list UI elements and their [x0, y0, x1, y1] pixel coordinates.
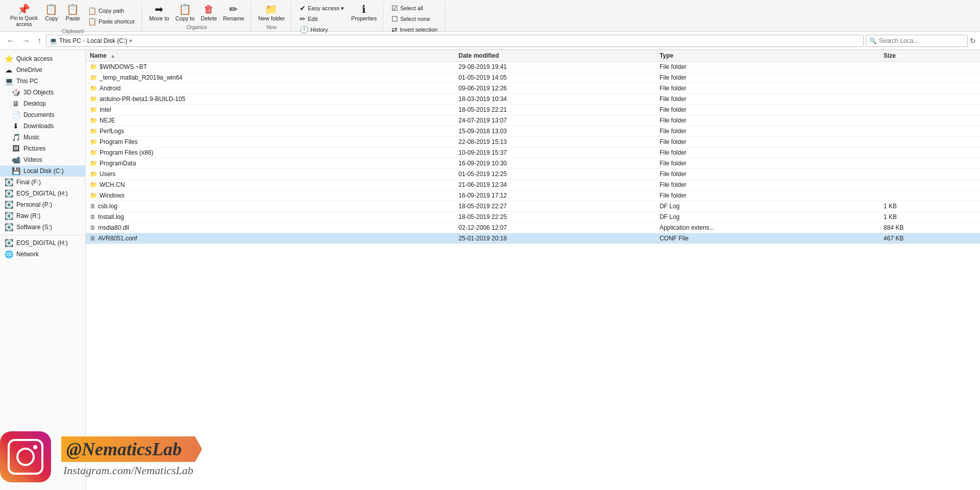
- table-row[interactable]: 🗎 csb.log 18-05-2019 22:27 DF Log 1 KB: [86, 201, 980, 212]
- sidebar-item-3d-objects[interactable]: 🎲 3D Objects: [0, 87, 85, 98]
- search-input[interactable]: [879, 37, 950, 44]
- properties-button[interactable]: ℹ Properties: [349, 3, 379, 22]
- local-disk-c-icon: 💾: [11, 167, 20, 175]
- select-none-button[interactable]: ☐ Select none: [388, 14, 440, 24]
- table-row[interactable]: 📁 WCH.CN 21-06-2019 12:34 File folder: [86, 180, 980, 190]
- copy-to-button[interactable]: 📋 Copy to: [173, 3, 197, 22]
- sidebar-item-music[interactable]: 🎵 Music: [0, 132, 85, 143]
- file-name: Intel: [100, 106, 111, 113]
- sidebar-item-network[interactable]: 🌐 Network: [0, 249, 85, 260]
- sidebar-item-eos-digital-h2[interactable]: 💽 EOS_DIGITAL (H:): [0, 237, 85, 249]
- table-row[interactable]: 📁 ProgramData 16-09-2019 10:30 File fold…: [86, 158, 980, 169]
- table-row[interactable]: 🗎 Install.log 18-05-2019 22:25 DF Log 1 …: [86, 212, 980, 223]
- file-type: File folder: [655, 137, 879, 148]
- sidebar-item-documents[interactable]: 📄 Documents: [0, 109, 85, 120]
- table-row[interactable]: 📁 Android 09-06-2019 12:26 File folder: [86, 83, 980, 94]
- file-name: Windows: [100, 192, 125, 199]
- file-date: 29-08-2019 19:41: [454, 62, 655, 72]
- table-row[interactable]: 📁 $WINDOWS.~BT 29-08-2019 19:41 File fol…: [86, 62, 980, 72]
- sidebar-item-onedrive[interactable]: ☁ OneDrive: [0, 64, 85, 76]
- file-date: 18-05-2019 22:27: [454, 201, 655, 212]
- move-to-label: Move to: [149, 15, 169, 21]
- search-box[interactable]: 🔍: [866, 35, 968, 47]
- move-to-icon: ➡: [155, 4, 163, 14]
- breadcrumb-disk[interactable]: Local Disk (C:): [87, 37, 128, 44]
- forward-button[interactable]: →: [19, 35, 33, 46]
- file-name-cell: 📁 Windows: [86, 190, 454, 201]
- sidebar-item-personal-p[interactable]: 💽 Personal (P:): [0, 199, 85, 210]
- pin-to-quick-button[interactable]: 📌 Pin to Quickaccess: [8, 3, 40, 29]
- file-name: Users: [100, 170, 115, 178]
- sidebar-item-videos[interactable]: 📹 Videos: [0, 154, 85, 165]
- table-row[interactable]: 🗎 msdia80.dll 02-12-2006 12:07 Applicati…: [86, 223, 980, 233]
- sidebar-label-raw-r: Raw (R:): [16, 212, 40, 219]
- sidebar-item-pictures[interactable]: 🖼 Pictures: [0, 143, 85, 154]
- table-row[interactable]: 📁 Program Files (x86) 10-09-2019 15:37 F…: [86, 148, 980, 158]
- invert-selection-icon: ⇄: [391, 26, 398, 34]
- table-row[interactable]: 📁 NEJE 24-07-2019 13:07 File folder: [86, 115, 980, 126]
- invert-selection-button[interactable]: ⇄ Invert selection: [388, 24, 440, 35]
- sidebar-item-quick-access[interactable]: ⭐ Quick access: [0, 53, 85, 64]
- back-button[interactable]: ←: [4, 35, 17, 46]
- file-size: [879, 115, 980, 126]
- file-icon: 📁: [90, 128, 97, 135]
- paste-shortcut-label: Paste shortcut: [99, 18, 134, 24]
- breadcrumb-pc[interactable]: This PC: [59, 37, 81, 44]
- sidebar-item-desktop[interactable]: 🖥 Desktop: [0, 98, 85, 109]
- select-none-label: Select none: [400, 16, 430, 22]
- table-row[interactable]: 📁 PerfLogs 15-09-2018 13:03 File folder: [86, 126, 980, 137]
- sidebar-label-downloads: Downloads: [23, 122, 54, 130]
- history-button[interactable]: 🕐 History: [297, 24, 347, 35]
- file-name: WCH.CN: [100, 181, 125, 188]
- refresh-button[interactable]: ↻: [970, 37, 976, 45]
- sidebar-item-downloads[interactable]: ⬇ Downloads: [0, 120, 85, 132]
- file-icon: 📁: [90, 181, 97, 188]
- sidebar-item-this-pc[interactable]: 💻 This PC: [0, 76, 85, 87]
- paste-shortcut-button[interactable]: 📋 Paste shortcut: [85, 16, 137, 27]
- col-size[interactable]: Size: [879, 50, 980, 62]
- file-name: PerfLogs: [100, 128, 124, 135]
- paste-button[interactable]: 📋 Paste: [63, 3, 83, 22]
- sidebar-label-music: Music: [23, 134, 39, 141]
- sidebar-item-software-s[interactable]: 💽 Software (S:): [0, 222, 85, 233]
- new-folder-button[interactable]: 📁 New folder: [256, 3, 287, 22]
- copy-button[interactable]: 📋 Copy: [42, 3, 61, 22]
- table-row[interactable]: 📁 Program Files 22-08-2019 15:13 File fo…: [86, 137, 980, 148]
- col-type[interactable]: Type: [655, 50, 879, 62]
- copy-path-button[interactable]: 📋 Copy path: [85, 6, 137, 16]
- sidebar-item-final-f[interactable]: 💽 Final (F:): [0, 177, 85, 188]
- select-all-label: Select all: [400, 5, 423, 11]
- file-icon: 📁: [90, 192, 97, 199]
- col-date[interactable]: Date modified: [454, 50, 655, 62]
- pin-icon: 📌: [17, 4, 30, 14]
- copy-label: Copy: [45, 15, 58, 21]
- table-row[interactable]: 📁 Intel 18-05-2019 22:21 File folder: [86, 105, 980, 115]
- table-row[interactable]: 📁 Windows 16-09-2019 17:12 File folder: [86, 190, 980, 201]
- file-name: arduino-PR-beta1.9-BUILD-105: [100, 95, 185, 103]
- breadcrumb[interactable]: 💻 This PC › Local Disk (C:) ▾: [46, 35, 864, 47]
- up-button[interactable]: ↑: [35, 35, 44, 46]
- select-all-button[interactable]: ☑ Select all: [388, 3, 440, 13]
- table-row[interactable]: 📁 arduino-PR-beta1.9-BUILD-105 18-03-201…: [86, 94, 980, 105]
- onedrive-icon: ☁: [4, 66, 13, 74]
- rename-button[interactable]: ✏ Rename: [221, 3, 247, 22]
- sidebar-label-this-pc: This PC: [16, 78, 38, 85]
- sidebar-item-local-disk-c[interactable]: 💾 Local Disk (C:): [0, 165, 85, 177]
- sidebar-item-raw-r[interactable]: 💽 Raw (R:): [0, 210, 85, 222]
- col-name[interactable]: Name ▲: [86, 50, 454, 62]
- easy-access-button[interactable]: ✔ Easy access ▾: [297, 3, 347, 13]
- table-row[interactable]: 📁 _temp_matlab_R2019a_win64 01-05-2019 1…: [86, 72, 980, 83]
- table-row[interactable]: 📁 Users 01-05-2019 12:25 File folder: [86, 169, 980, 180]
- history-label: History: [310, 27, 328, 33]
- table-row[interactable]: 🗎 AVR8051.conf 25-01-2019 20:18 CONF Fil…: [86, 233, 980, 244]
- eos-digital-h1-icon: 💽: [4, 189, 13, 198]
- file-size: [879, 105, 980, 115]
- select-col: ☑ Select all ☐ Select none ⇄ Invert sele…: [388, 3, 440, 35]
- file-date: 09-06-2019 12:26: [454, 83, 655, 94]
- select-all-icon: ☑: [391, 4, 398, 12]
- move-to-button[interactable]: ➡ Move to: [147, 3, 171, 22]
- sidebar-item-eos-digital-h1[interactable]: 💽 EOS_DIGITAL (H:): [0, 188, 85, 199]
- edit-button[interactable]: ✏ Edit: [297, 14, 347, 24]
- delete-button[interactable]: 🗑 Delete: [199, 3, 219, 22]
- file-name-cell: 📁 WCH.CN: [86, 180, 454, 190]
